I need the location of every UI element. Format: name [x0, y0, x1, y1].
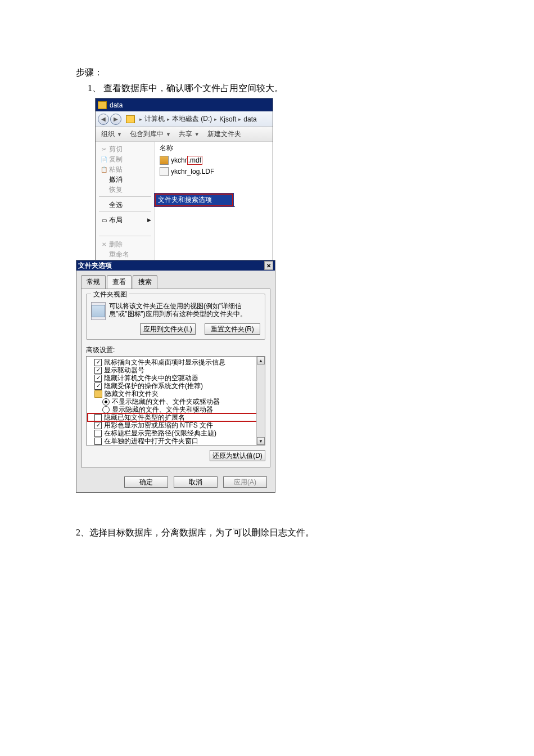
file-row-mdf[interactable]: ykchr.mdf [155, 155, 273, 166]
advanced-settings-list[interactable]: ✓鼠标指向文件夹和桌面项时显示提示信息 ✓显示驱动器号 ✓隐藏计算机文件夹中的空… [86, 356, 265, 446]
scrollbar[interactable]: ▲ ▼ [256, 357, 265, 445]
nav-bar: ◀ ▶ ▸ 计算机 ▸ 本地磁盘 (D:) ▸ Kjsoft ▸ data [96, 111, 273, 127]
window-titlebar: data [96, 98, 273, 111]
scroll-down-button[interactable]: ▼ [257, 437, 265, 445]
folder-icon [98, 101, 107, 109]
adv-show-tooltip[interactable]: ✓鼠标指向文件夹和桌面项时显示提示信息 [88, 358, 264, 366]
menu-cut[interactable]: ✂剪切 [96, 144, 155, 154]
folder-views-legend: 文件夹视图 [91, 290, 129, 299]
step-heading: 步骤： [76, 66, 458, 79]
advanced-label: 高级设置: [86, 345, 265, 355]
menu-rename[interactable]: 重命名 [96, 249, 155, 259]
scroll-up-button[interactable]: ▲ [257, 357, 265, 364]
adv-dont-show-hidden[interactable]: 不显示隐藏的文件、文件夹或驱动器 [88, 398, 264, 406]
apply-button[interactable]: 应用(A) [223, 476, 267, 488]
mdf-ext-highlight: .mdf [187, 156, 202, 165]
explorer-toolbar: 组织▼ 包含到库中▼ 共享▼ 新建文件夹 [96, 127, 273, 142]
restore-defaults-button[interactable]: 还原为默认值(D) [210, 450, 265, 461]
folder-icon [94, 390, 102, 398]
menu-layout[interactable]: ▭布局 [96, 215, 155, 225]
organize-button[interactable]: 组织▼ [101, 129, 122, 139]
column-header-name[interactable]: 名称 [155, 142, 273, 155]
explorer-window: data ◀ ▶ ▸ 计算机 ▸ 本地磁盘 (D:) ▸ Kjsoft ▸ da… [95, 98, 273, 260]
folder-views-group: 文件夹视图 可以将该文件夹正在使用的视图(例如"详细信息"或"图标")应用到所有… [86, 294, 265, 340]
adv-hidden-files-group: 隐藏文件和文件夹 [88, 390, 264, 398]
menu-paste[interactable]: 📋粘贴 [96, 164, 155, 174]
menu-copy[interactable]: 📄复制 [96, 154, 155, 164]
file-name: ykchr_log.LDF [171, 168, 214, 176]
window-title: data [110, 101, 123, 109]
tab-general[interactable]: 常规 [81, 275, 106, 289]
ok-button[interactable]: 确定 [124, 476, 168, 488]
menu-redo[interactable]: 恢复 [96, 184, 155, 195]
folder-icon [126, 115, 135, 123]
dialog-buttons: 确定 取消 应用(A) [76, 472, 275, 492]
close-button[interactable]: ✕ [264, 261, 273, 270]
view-panel: 文件夹视图 可以将该文件夹正在使用的视图(例如"详细信息"或"图标")应用到所有… [81, 289, 270, 467]
reset-folders-button[interactable]: 重置文件夹(R) [205, 323, 260, 335]
adv-hide-extensions[interactable]: 隐藏已知文件类型的扩展名 [88, 413, 264, 421]
folder-views-text: 可以将该文件夹正在使用的视图(例如"详细信息"或"图标")应用到所有这种类型的文… [109, 302, 260, 318]
adv-show-drive-letter[interactable]: ✓显示驱动器号 [88, 366, 264, 374]
newfolder-button[interactable]: 新建文件夹 [207, 129, 241, 139]
menu-undo[interactable]: 撤消 [96, 174, 155, 184]
folder-views-icon [91, 302, 106, 320]
menu-selectall[interactable]: 全选 [96, 200, 155, 210]
forward-button[interactable]: ▶ [110, 114, 121, 125]
adv-hide-empty-drives[interactable]: ✓隐藏计算机文件夹中的空驱动器 [88, 374, 264, 382]
adv-color-ntfs[interactable]: ✓用彩色显示加密或压缩的 NTFS 文件 [88, 421, 264, 429]
mdf-file-icon [160, 156, 169, 165]
dialog-title: 文件夹选项 [78, 261, 112, 271]
step-2-text: 2、选择目标数据库，分离数据库，为了可以删除日志文件。 [76, 526, 458, 539]
back-button[interactable]: ◀ [98, 114, 109, 125]
menu-folder-options[interactable]: 文件夹和搜索选项 [155, 194, 233, 206]
adv-separate-process[interactable]: 在单独的进程中打开文件夹窗口 [88, 437, 264, 445]
ldf-file-icon [160, 167, 169, 176]
apply-to-folders-button[interactable]: 应用到文件夹(L) [140, 323, 196, 335]
dialog-titlebar: 文件夹选项 ✕ [76, 260, 275, 271]
tab-strip: 常规 查看 搜索 [81, 275, 270, 289]
folder-options-dialog: 文件夹选项 ✕ 常规 查看 搜索 文件夹视图 可以将该文件夹正在使用的视图(例如… [76, 260, 275, 493]
adv-hide-protected-os[interactable]: ✓隐藏受保护的操作系统文件(推荐) [88, 382, 264, 390]
step-1-text: 1、 查看数据库中，确认哪个文件占用空间较大。 [88, 82, 458, 94]
menu-delete[interactable]: ✕删除 [96, 239, 155, 249]
share-button[interactable]: 共享▼ [179, 129, 200, 139]
include-button[interactable]: 包含到库中▼ [130, 129, 171, 139]
tab-search[interactable]: 搜索 [133, 275, 157, 289]
cancel-button[interactable]: 取消 [174, 476, 218, 488]
file-name: ykchr.mdf [171, 156, 202, 164]
tab-view[interactable]: 查看 [107, 275, 132, 289]
adv-show-hidden[interactable]: 显示隐藏的文件、文件夹和驱动器 [88, 406, 264, 413]
organize-menu: ✂剪切 📄复制 📋粘贴 撤消 恢复 全选 ▭布局 ✕删除 重命名 删除属性 属性… [96, 142, 155, 260]
file-row-ldf[interactable]: ykchr_log.LDF [155, 166, 273, 177]
adv-full-path-title[interactable]: 在标题栏显示完整路径(仅限经典主题) [88, 429, 264, 437]
breadcrumb[interactable]: ▸ 计算机 ▸ 本地磁盘 (D:) ▸ Kjsoft ▸ data [126, 114, 270, 124]
